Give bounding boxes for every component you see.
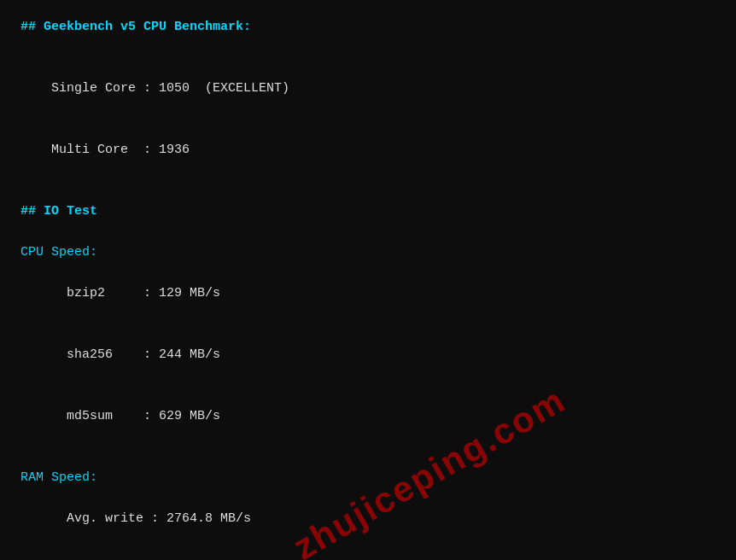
terminal-output: ## Geekbench v5 CPU Benchmark: Single Co… [20, 17, 716, 560]
sha256-line: sha256 : 244 MB/s [20, 324, 716, 386]
bzip2-label: bzip2 : [51, 286, 159, 300]
avg-write-line: Avg. write : 2764.8 MB/s [20, 488, 716, 550]
md5sum-label: md5sum : [51, 409, 159, 423]
multi-core-line: Multi Core : 1936 [20, 120, 716, 181]
single-core-value: 1050 [159, 81, 190, 96]
bzip2-value: 129 MB/s [159, 286, 220, 300]
avg-write-value: 2764.8 MB/s [166, 511, 251, 526]
io-header: ## IO Test [20, 201, 716, 222]
ram-speed-header: RAM Speed: [20, 468, 716, 488]
single-core-line: Single Core : 1050 (EXCELLENT) [20, 58, 716, 120]
cpu-speed-header: CPU Speed: [20, 242, 716, 263]
single-core-rating: (EXCELLENT) [190, 81, 289, 96]
single-core-label: Single Core : [51, 81, 159, 96]
avg-write-label: Avg. write : [51, 511, 166, 526]
md5sum-line: md5sum : 629 MB/s [20, 386, 716, 447]
multi-core-value: 1936 [159, 143, 190, 157]
md5sum-value: 629 MB/s [159, 409, 220, 423]
sha256-value: 244 MB/s [159, 347, 220, 362]
geekbench-header: ## Geekbench v5 CPU Benchmark: [20, 17, 716, 38]
bzip2-line: bzip2 : 129 MB/s [20, 263, 716, 324]
avg-read-line: Avg. read : 8430.9 MB/s [20, 550, 716, 560]
sha256-label: sha256 : [51, 347, 159, 362]
multi-core-label: Multi Core : [51, 143, 159, 157]
